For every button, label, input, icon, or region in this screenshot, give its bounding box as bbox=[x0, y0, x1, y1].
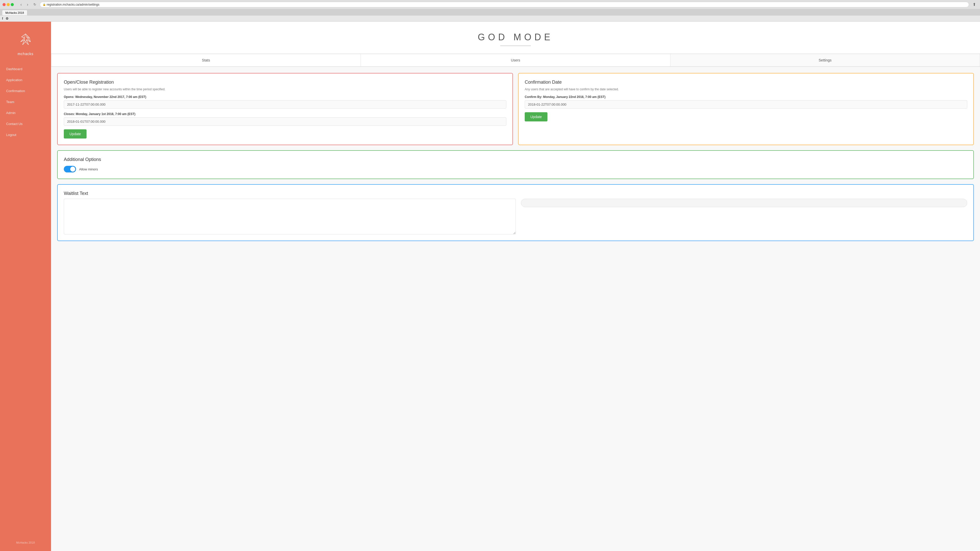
sidebar-item-logout[interactable]: Logout bbox=[0, 129, 51, 140]
waitlist-textarea[interactable] bbox=[64, 199, 516, 234]
toggle-track bbox=[64, 166, 76, 172]
logo-icon bbox=[15, 32, 36, 50]
sidebar-item-dashboard[interactable]: Dashboard bbox=[0, 64, 51, 75]
sidebar: mchacks Dashboard Application Confirmati… bbox=[0, 22, 51, 551]
back-button[interactable]: ‹ bbox=[19, 2, 23, 7]
additional-options-card: Additional Options Allow minors bbox=[57, 150, 974, 179]
tab-bar: McHacks 2018 bbox=[0, 9, 980, 15]
sidebar-item-admin[interactable]: Admin bbox=[0, 107, 51, 118]
registration-card-title: Open/Close Registration bbox=[64, 79, 506, 85]
confirm-input[interactable] bbox=[525, 100, 967, 109]
sidebar-item-team[interactable]: Team bbox=[0, 97, 51, 107]
closes-label: Closes: Monday, January 1st 2018, 7:00 a… bbox=[64, 112, 506, 116]
sidebar-logo: mchacks bbox=[0, 27, 51, 64]
page-header: GOD MODE bbox=[51, 22, 980, 54]
tab-stats[interactable]: Stats bbox=[51, 54, 361, 67]
app-layout: mchacks Dashboard Application Confirmati… bbox=[0, 22, 980, 551]
tab-users[interactable]: Users bbox=[361, 54, 670, 67]
title-underline bbox=[500, 46, 531, 46]
sidebar-item-confirmation[interactable]: Confirmation bbox=[0, 86, 51, 97]
waitlist-search-input[interactable] bbox=[521, 199, 967, 207]
sidebar-nav: Dashboard Application Confirmation Team … bbox=[0, 64, 51, 538]
logo-text: mchacks bbox=[18, 52, 33, 56]
waitlist-right bbox=[521, 199, 967, 234]
waitlist-inner bbox=[64, 199, 967, 234]
registration-update-button[interactable]: Update bbox=[64, 129, 86, 138]
sidebar-footer: McHacks 2018 bbox=[0, 538, 51, 547]
active-tab[interactable]: McHacks 2018 bbox=[2, 10, 27, 15]
sidebar-item-application[interactable]: Application bbox=[0, 75, 51, 86]
refresh-button[interactable]: ↻ bbox=[32, 2, 38, 7]
tabs: Stats Users Settings bbox=[51, 54, 980, 67]
registration-card: Open/Close Registration Users will be ab… bbox=[57, 73, 513, 145]
toggle-thumb bbox=[70, 167, 75, 171]
opens-input[interactable] bbox=[64, 100, 506, 109]
url-bar[interactable]: 🔒 registration.mchacks.ca/admin/settings bbox=[40, 2, 969, 7]
window-controls bbox=[3, 3, 15, 6]
svg-marker-0 bbox=[25, 34, 30, 38]
page-title: GOD MODE bbox=[56, 32, 975, 43]
additional-options-title: Additional Options bbox=[64, 157, 967, 162]
bookmark-bar: f ⚙ bbox=[0, 15, 980, 21]
toggle-row: Allow minors bbox=[64, 165, 967, 172]
main-content: GOD MODE Stats Users Settings Open/Close… bbox=[51, 22, 980, 551]
confirmation-update-button[interactable]: Update bbox=[525, 112, 547, 121]
url-text: registration.mchacks.ca/admin/settings bbox=[47, 3, 100, 6]
closes-input[interactable] bbox=[64, 118, 506, 126]
confirmation-card: Confirmation Date Any users that are acc… bbox=[518, 73, 974, 145]
waitlist-title: Waitlist Text bbox=[64, 191, 967, 196]
registration-card-desc: Users will be able to register new accou… bbox=[64, 87, 506, 91]
confirmation-card-title: Confirmation Date bbox=[525, 79, 967, 85]
facebook-bookmark[interactable]: f bbox=[2, 17, 3, 21]
content-area: Open/Close Registration Users will be ab… bbox=[51, 67, 980, 247]
cards-row: Open/Close Registration Users will be ab… bbox=[57, 73, 974, 145]
forward-button[interactable]: › bbox=[25, 2, 30, 7]
confirmation-card-desc: Any users that are accepted will have to… bbox=[525, 87, 967, 91]
opens-label: Opens: Wednesday, November 22nd 2017, 7:… bbox=[64, 95, 506, 99]
svg-marker-5 bbox=[21, 34, 25, 38]
lock-icon: 🔒 bbox=[43, 3, 46, 6]
waitlist-card: Waitlist Text bbox=[57, 184, 974, 241]
tab-settings[interactable]: Settings bbox=[670, 54, 980, 67]
allow-minors-toggle[interactable] bbox=[64, 166, 76, 172]
confirm-label: Confirm By: Monday, January 22nd 2018, 7… bbox=[525, 95, 967, 99]
browser-chrome: ‹ › ↻ 🔒 registration.mchacks.ca/admin/se… bbox=[0, 0, 980, 22]
toggle-label: Allow minors bbox=[79, 167, 98, 171]
sidebar-item-contact-us[interactable]: Contact Us bbox=[0, 118, 51, 129]
settings-bookmark[interactable]: ⚙ bbox=[6, 17, 9, 21]
share-button[interactable]: ⬆ bbox=[971, 2, 977, 7]
